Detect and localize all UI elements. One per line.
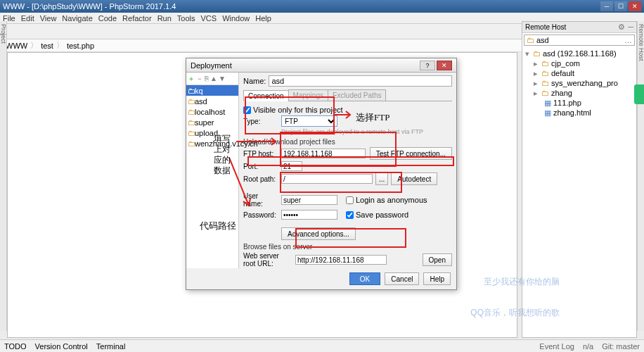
menu-tools[interactable]: Tools (177, 14, 195, 23)
expand-icon[interactable]: ▸ (534, 79, 539, 88)
tab-mappings[interactable]: Mappings (288, 89, 328, 101)
folder-icon: 🗀 (188, 87, 193, 95)
tree-label: zhang.html (553, 108, 591, 117)
tree-label: cjp_com (551, 59, 580, 68)
left-tool-gutter: Project (0, 21, 7, 331)
more-icon[interactable]: … (624, 36, 632, 44)
status-vc[interactable]: Version Control (35, 342, 88, 351)
status-na: n/a (583, 342, 593, 351)
menu-window[interactable]: Window (222, 14, 250, 23)
tab-connection[interactable]: Connection (243, 90, 289, 101)
status-todo[interactable]: TODO (4, 342, 27, 351)
root-browse-button[interactable]: ... (375, 172, 388, 185)
tree-node[interactable]: ▸🗀zhang (522, 88, 636, 98)
savepass-checkbox[interactable] (346, 211, 354, 219)
up-icon[interactable]: ▲ (210, 75, 217, 82)
menu-view[interactable]: View (40, 14, 57, 23)
port-input[interactable] (281, 161, 302, 171)
type-hint: Project files are deployed to a remote h… (281, 128, 452, 135)
advanced-button[interactable]: Advanced options... (281, 227, 356, 240)
expand-icon[interactable]: ▾ (525, 49, 531, 58)
server-item[interactable]: 🗀super (186, 117, 238, 127)
window-close-button[interactable]: ✕ (629, 1, 641, 11)
tree-node[interactable]: ▸🗀cjp_com (522, 58, 636, 68)
dialog-close-button[interactable]: ✕ (437, 61, 452, 70)
server-label: super (195, 118, 214, 127)
folder-icon: 🗀 (527, 36, 534, 44)
deployment-form: Name: Connection Mappings Excluded Paths… (239, 73, 456, 268)
tree-label: zhang (551, 89, 572, 97)
sidetab-project[interactable]: Project (0, 21, 7, 44)
tree-file[interactable]: ▦111.php (522, 98, 636, 108)
visible-checkbox[interactable] (243, 106, 251, 114)
status-git[interactable]: Git: master (602, 342, 640, 351)
maximize-button[interactable]: ☐ (614, 1, 627, 11)
expand-icon[interactable]: ▸ (534, 69, 539, 78)
expand-icon[interactable]: ▸ (534, 89, 539, 98)
menu-edit[interactable]: Edit (21, 14, 34, 23)
ok-button[interactable]: OK (349, 272, 380, 285)
user-input[interactable] (281, 195, 337, 205)
down-icon[interactable]: ▼ (219, 75, 226, 82)
menu-run[interactable]: Run (157, 14, 172, 23)
remote-settings-icon[interactable]: ⚙ (618, 23, 625, 32)
remote-hide-icon[interactable]: ─ (628, 23, 633, 32)
status-terminal[interactable]: Terminal (96, 342, 126, 351)
menu-vcs[interactable]: VCS (201, 14, 217, 23)
server-item[interactable]: 🗀kq (186, 85, 238, 96)
window-titlebar: WWW - [D:\phpStudy\WWW] - PhpStorm 2017.… (0, 0, 644, 13)
remote-host-panel: Remote Host ⚙ ─ 🗀 asd … ▾ 🗀 asd (192.168… (522, 21, 637, 338)
server-label: kq (195, 87, 203, 95)
add-server-icon[interactable]: ＋ (188, 74, 195, 84)
open-button[interactable]: Open (423, 253, 452, 266)
ftp-host-input[interactable] (281, 149, 366, 158)
remote-host-title: Remote Host (525, 23, 566, 31)
file-icon: ▦ (544, 108, 551, 118)
help-button[interactable]: Help (423, 272, 451, 285)
tree-label: default (551, 69, 574, 77)
remote-combo-value: asd (536, 36, 549, 44)
anon-checkbox-row[interactable]: Login as anonymous (346, 196, 427, 204)
tree-root[interactable]: ▾ 🗀 asd (192.168.11.168) (522, 49, 636, 58)
menu-code[interactable]: Code (98, 14, 117, 23)
cancel-button[interactable]: Cancel (385, 272, 419, 285)
minimize-button[interactable]: ─ (600, 1, 613, 11)
autodetect-button[interactable]: Autodetect (391, 172, 437, 185)
name-label: Name: (243, 77, 266, 85)
server-item[interactable]: 🗀asd (186, 96, 238, 106)
type-label: Type: (243, 118, 278, 125)
menu-help[interactable]: Help (255, 14, 271, 23)
copy-server-icon[interactable]: ⎘ (205, 75, 209, 82)
browse-section: Browse files on server (243, 243, 452, 251)
test-ftp-button[interactable]: Test FTP connection... (370, 147, 452, 160)
type-select[interactable]: FTP (281, 115, 337, 127)
menu-navigate[interactable]: Navigate (62, 14, 92, 23)
visible-label: Visible only for this project (253, 106, 343, 114)
tree-node[interactable]: ▸🗀sys_wenzhang_pro (522, 78, 636, 88)
root-input[interactable] (281, 174, 373, 184)
server-item[interactable]: 🗀localhost (186, 106, 238, 117)
savepass-checkbox-row[interactable]: Save password (346, 210, 408, 219)
tree-file[interactable]: ▦zhang.html (522, 108, 636, 118)
status-eventlog[interactable]: Event Log (539, 342, 574, 351)
remove-server-icon[interactable]: － (196, 74, 203, 84)
watermark: QQ音乐，听我想听的歌 (470, 307, 560, 319)
annotation-fill-data: 填写 上对 应的 数据 (214, 134, 231, 176)
side-action-tab[interactable] (634, 84, 644, 104)
name-input[interactable] (269, 75, 452, 87)
expand-icon[interactable]: ▸ (534, 59, 539, 68)
pass-input[interactable] (281, 210, 337, 220)
breadcrumb-file[interactable]: test.php (67, 42, 94, 50)
remote-server-combo[interactable]: 🗀 asd … (524, 34, 635, 46)
web-url-input[interactable] (295, 255, 387, 265)
breadcrumb-folder[interactable]: test (41, 42, 53, 50)
folder-icon: 🗀 (188, 108, 193, 116)
tree-node[interactable]: ▸🗀default (522, 68, 636, 78)
folder-icon: 🗀 (541, 89, 549, 97)
dialog-help-icon[interactable]: ? (420, 61, 435, 70)
menu-refactor[interactable]: Refactor (122, 14, 152, 23)
anon-checkbox[interactable] (346, 196, 354, 204)
tab-excluded[interactable]: Excluded Paths (328, 89, 387, 101)
sidetab-remote[interactable]: Remote Host (638, 21, 644, 61)
breadcrumb-root[interactable]: WWW (6, 42, 27, 50)
